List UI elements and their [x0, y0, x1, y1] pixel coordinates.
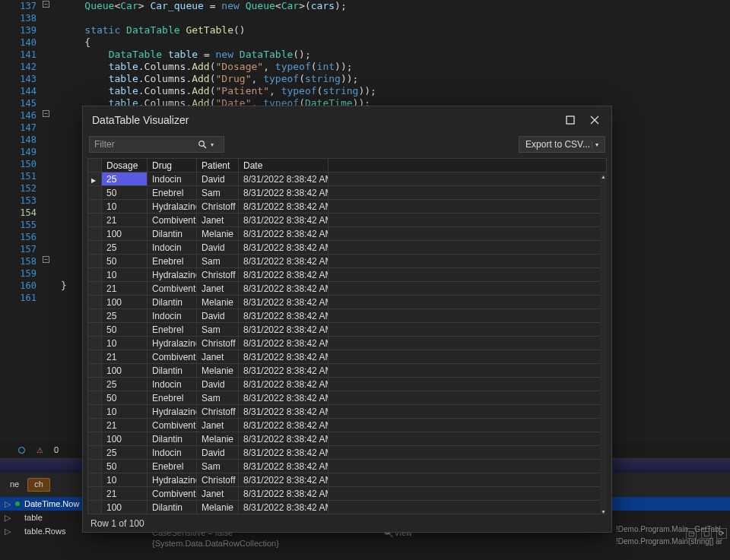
- maximize-button[interactable]: [558, 109, 582, 131]
- cell-dosage[interactable]: 100: [102, 227, 148, 241]
- cell-patient[interactable]: Melanie: [197, 227, 239, 241]
- row-header[interactable]: [88, 214, 102, 227]
- table-row[interactable]: 21CombiventJanet8/31/2022 8:38:42 AM: [88, 350, 607, 364]
- cell-date[interactable]: 8/31/2022 8:38:42 AM: [239, 501, 328, 514]
- table-row[interactable]: 25IndocinDavid8/31/2022 8:38:42 AM: [88, 241, 607, 255]
- cell-drug[interactable]: Hydralazine: [148, 337, 197, 350]
- cell-drug[interactable]: Dilantin: [148, 501, 197, 514]
- table-row[interactable]: 21CombiventJanet8/31/2022 8:38:42 AM: [88, 487, 607, 501]
- code-line[interactable]: Queue<Car> Car_queue = new Queue<Car>(ca…: [61, 0, 376, 12]
- row-header[interactable]: [88, 296, 102, 309]
- search-icon[interactable]: [196, 138, 208, 150]
- tool-tab-ch[interactable]: ch: [27, 478, 50, 492]
- cell-drug[interactable]: Combivent: [148, 419, 197, 432]
- cell-date[interactable]: 8/31/2022 8:38:42 AM: [239, 432, 328, 446]
- table-row[interactable]: 100DilantinMelanie8/31/2022 8:38:42 AM: [88, 501, 607, 514]
- cell-date[interactable]: 8/31/2022 8:38:42 AM: [239, 214, 328, 227]
- expand-icon[interactable]: ▷: [5, 527, 12, 536]
- cell-date[interactable]: 8/31/2022 8:38:42 AM: [239, 268, 328, 282]
- export-dropdown-icon[interactable]: ▾: [592, 141, 601, 148]
- table-row[interactable]: 25IndocinDavid8/31/2022 8:38:42 AM: [88, 446, 607, 460]
- cell-date[interactable]: 8/31/2022 8:38:42 AM: [239, 309, 328, 323]
- row-header[interactable]: [88, 227, 102, 241]
- row-header[interactable]: [88, 473, 102, 487]
- row-header[interactable]: [88, 419, 102, 432]
- cell-drug[interactable]: Enebrel: [148, 460, 197, 473]
- cell-dosage[interactable]: 10: [102, 200, 148, 214]
- cell-drug[interactable]: Dilantin: [148, 364, 197, 378]
- close-button[interactable]: [582, 109, 607, 131]
- table-row[interactable]: 100DilantinMelanie8/31/2022 8:38:42 AM: [88, 296, 607, 309]
- error-icon[interactable]: ⚠: [34, 445, 45, 455]
- cell-drug[interactable]: Combivent: [148, 487, 197, 501]
- cell-dosage[interactable]: 10: [102, 405, 148, 419]
- cell-date[interactable]: 8/31/2022 8:38:42 AM: [239, 172, 328, 186]
- row-header[interactable]: [88, 460, 102, 473]
- cell-date[interactable]: 8/31/2022 8:38:42 AM: [239, 405, 328, 419]
- cell-dosage[interactable]: 50: [102, 255, 148, 268]
- cell-patient[interactable]: Melanie: [197, 432, 239, 446]
- code-line[interactable]: table.Columns.Add("Patient", typeof(stri…: [61, 85, 376, 97]
- cell-patient[interactable]: Sam: [197, 391, 239, 405]
- cell-dosage[interactable]: 100: [102, 364, 148, 378]
- table-row[interactable]: 100DilantinMelanie8/31/2022 8:38:42 AM: [88, 227, 607, 241]
- table-row[interactable]: 21CombiventJanet8/31/2022 8:38:42 AM: [88, 282, 607, 296]
- cell-date[interactable]: 8/31/2022 8:38:42 AM: [239, 473, 328, 487]
- cell-date[interactable]: 8/31/2022 8:38:42 AM: [239, 296, 328, 309]
- cell-drug[interactable]: Indocin: [148, 241, 197, 255]
- cell-date[interactable]: 8/31/2022 8:38:42 AM: [239, 241, 328, 255]
- row-header[interactable]: [88, 200, 102, 214]
- cell-date[interactable]: 8/31/2022 8:38:42 AM: [239, 378, 328, 391]
- cell-patient[interactable]: Sam: [197, 460, 239, 473]
- row-header[interactable]: [88, 268, 102, 282]
- table-row[interactable]: 10HydralazineChristoff8/31/2022 8:38:42 …: [88, 473, 607, 487]
- cell-patient[interactable]: Janet: [197, 350, 239, 364]
- row-header[interactable]: [88, 323, 102, 337]
- table-row[interactable]: 50EnebrelSam8/31/2022 8:38:42 AM: [88, 391, 607, 405]
- row-header-corner[interactable]: [88, 159, 102, 172]
- table-row[interactable]: 10HydralazineChristoff8/31/2022 8:38:42 …: [88, 200, 607, 214]
- cell-dosage[interactable]: 25: [102, 446, 148, 460]
- data-grid[interactable]: Dosage Drug Patient Date 25IndocinDavid8…: [87, 158, 607, 514]
- cell-dosage[interactable]: 21: [102, 419, 148, 432]
- row-header[interactable]: [88, 255, 102, 268]
- scroll-up-icon[interactable]: ▲: [600, 173, 607, 180]
- cell-date[interactable]: 8/31/2022 8:38:42 AM: [239, 364, 328, 378]
- cell-patient[interactable]: Janet: [197, 487, 239, 501]
- callstack-frame[interactable]: !Demo.Program.Main._GetTabl: [616, 525, 730, 537]
- cell-patient[interactable]: Janet: [197, 282, 239, 296]
- row-header[interactable]: [88, 391, 102, 405]
- table-row[interactable]: 50EnebrelSam8/31/2022 8:38:42 AM: [88, 186, 607, 200]
- table-row[interactable]: 25IndocinDavid8/31/2022 8:38:42 AM: [88, 378, 607, 391]
- table-row[interactable]: 21CombiventJanet8/31/2022 8:38:42 AM: [88, 419, 607, 432]
- cell-dosage[interactable]: 25: [102, 172, 148, 186]
- row-header[interactable]: [88, 309, 102, 323]
- cell-drug[interactable]: Indocin: [148, 446, 197, 460]
- table-row[interactable]: 50EnebrelSam8/31/2022 8:38:42 AM: [88, 460, 607, 473]
- cell-dosage[interactable]: 10: [102, 268, 148, 282]
- code-line[interactable]: table.Columns.Add("Drug", typeof(string)…: [61, 73, 376, 85]
- row-header[interactable]: [88, 378, 102, 391]
- code-line[interactable]: table.Columns.Add("Dosage", typeof(int))…: [61, 61, 376, 73]
- cell-patient[interactable]: David: [197, 309, 239, 323]
- cell-drug[interactable]: Indocin: [148, 309, 197, 323]
- cell-patient[interactable]: Janet: [197, 419, 239, 432]
- cell-dosage[interactable]: 21: [102, 487, 148, 501]
- code-line[interactable]: static DataTable GetTable(): [61, 24, 376, 36]
- fold-marker-icon[interactable]: −: [43, 1, 49, 8]
- cell-drug[interactable]: Hydralazine: [148, 405, 197, 419]
- cell-dosage[interactable]: 10: [102, 337, 148, 350]
- cell-patient[interactable]: Sam: [197, 186, 239, 200]
- cell-drug[interactable]: Hydralazine: [148, 473, 197, 487]
- cell-date[interactable]: 8/31/2022 8:38:42 AM: [239, 487, 328, 501]
- cell-date[interactable]: 8/31/2022 8:38:42 AM: [239, 323, 328, 337]
- cell-dosage[interactable]: 25: [102, 241, 148, 255]
- tool-tab-ne[interactable]: ne: [3, 478, 26, 492]
- row-header[interactable]: [88, 405, 102, 419]
- cell-date[interactable]: 8/31/2022 8:38:42 AM: [239, 186, 328, 200]
- table-row[interactable]: 100DilantinMelanie8/31/2022 8:38:42 AM: [88, 432, 607, 446]
- table-row[interactable]: 50EnebrelSam8/31/2022 8:38:42 AM: [88, 323, 607, 337]
- cell-dosage[interactable]: 50: [102, 323, 148, 337]
- row-header[interactable]: [88, 350, 102, 364]
- row-header[interactable]: [88, 337, 102, 350]
